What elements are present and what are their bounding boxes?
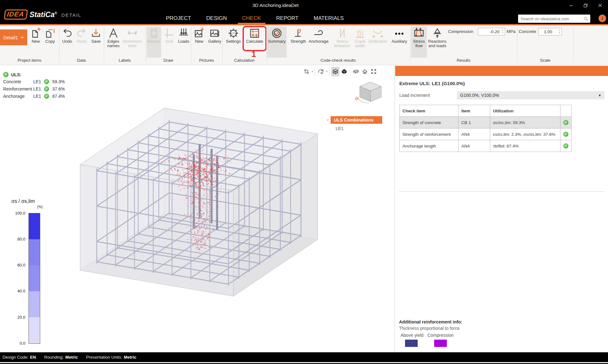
logo-idea-mark: IDEA xyxy=(4,9,28,20)
dimension-lines-button: Dimension lines xyxy=(122,27,142,58)
compression-label: Compression xyxy=(448,29,473,34)
new-item-button[interactable]: New xyxy=(29,27,43,58)
undo-button[interactable]: Undo xyxy=(60,27,74,58)
model-viewport[interactable]: ✓ULS: ConcreteLE1 ✓59.3% ReinforcementLE… xyxy=(0,66,394,352)
search-box[interactable] xyxy=(518,15,590,23)
chevron-down-icon[interactable]: ˅ xyxy=(327,118,329,122)
navigation-cube[interactable] xyxy=(354,78,386,105)
table-row[interactable]: Strength of reinforcement AN4 εs/εs,lim:… xyxy=(400,129,572,140)
tab-design[interactable]: DESIGN xyxy=(199,13,234,24)
3d-model-scene xyxy=(0,66,394,352)
gallery-button[interactable]: Gallery xyxy=(206,27,223,58)
legend-tick: 60.0 xyxy=(9,263,25,267)
compression-input[interactable]: -0.20 ˄˅ xyxy=(478,28,505,35)
copy-item-button[interactable]: Copy xyxy=(43,27,57,58)
new-picture-icon xyxy=(194,28,205,39)
wireframe-view-icon[interactable] xyxy=(331,67,339,76)
legend-tick: 0.0 xyxy=(9,341,25,346)
tree-item-uls-combinations[interactable]: ULS Combinations xyxy=(331,116,382,124)
additional-info-title: Additional reinforcement info: xyxy=(399,319,462,324)
settings-button[interactable]: </> Settings xyxy=(224,27,243,58)
loads-button[interactable]: Loads xyxy=(176,27,191,58)
group-scale: Scale xyxy=(517,58,573,63)
check-ok-icon: ✓ xyxy=(563,132,568,137)
dimension-arrow-icon xyxy=(127,28,138,39)
auxiliary-button[interactable]: Auxiliary xyxy=(390,27,409,58)
check-ok-icon: ✓ xyxy=(563,143,568,148)
spinner-arrows-icon[interactable]: ˄˅ xyxy=(501,29,505,34)
search-input[interactable] xyxy=(520,16,584,22)
anchorage-button[interactable]: Anchorage xyxy=(308,27,329,58)
table-row[interactable]: Strength of concrete CB 1 σc/σc,lim: 59.… xyxy=(400,117,572,129)
grid-button: Grid xyxy=(162,27,176,58)
close-button[interactable] xyxy=(593,1,607,9)
table-row[interactable]: Anchorage length AN4 τb/fbd: 87.4% ✓ xyxy=(400,140,572,152)
table-header-row: Check item Item Utilization xyxy=(400,105,572,117)
ribbon: Detail1 New Copy Undo Redo Save xyxy=(0,25,608,65)
picture-new-button[interactable]: New xyxy=(192,27,206,58)
minimize-button[interactable] xyxy=(564,1,578,9)
edges-names-button[interactable]: Edges names xyxy=(104,27,122,58)
group-calculation: Calculation xyxy=(222,58,266,63)
orbit-tool-icon[interactable] xyxy=(317,67,325,76)
chevron-down-icon[interactable]: ˅ xyxy=(326,70,327,73)
tab-project[interactable]: PROJECT xyxy=(158,13,199,24)
summary-button[interactable]: Summary xyxy=(267,27,287,58)
clipping-tool-icon[interactable] xyxy=(302,67,311,76)
fullscreen-icon[interactable] xyxy=(370,67,378,76)
compression-swatch xyxy=(434,340,447,347)
title-bar: 3D Anchoring.ideaDet IDEA StatiCa® DETAI… xyxy=(0,0,608,25)
tab-report[interactable]: REPORT xyxy=(269,13,306,24)
app-window: 3D Anchoring.ideaDet IDEA StatiCa® DETAI… xyxy=(0,0,608,364)
concrete-scale-input[interactable]: 1.00 ˄˅ xyxy=(538,28,562,35)
load-increment-label: Load increment xyxy=(399,93,430,98)
above-yield-label: Above yield xyxy=(401,333,423,338)
tree-item-le1[interactable]: LE1 xyxy=(336,126,382,131)
detail-selector-dropdown[interactable]: Detail1 xyxy=(0,29,27,45)
status-rounding: Rounding:Metric xyxy=(44,355,78,360)
check-ok-icon: ✓ xyxy=(44,94,49,99)
check-ok-icon: ✓ xyxy=(44,79,49,84)
save-button[interactable]: Save xyxy=(89,27,103,58)
grid-axes-icon xyxy=(164,28,174,39)
undo-icon xyxy=(62,28,73,39)
stress-limitation-icon xyxy=(337,28,348,39)
calculate-icon xyxy=(249,28,260,39)
viewport-toolbar: ˅ ˅ xyxy=(302,66,378,77)
svg-text:</>: </> xyxy=(230,32,236,35)
group-code-check-results: Code-check results xyxy=(266,58,410,63)
spinner-arrows-icon[interactable]: ˄˅ xyxy=(557,29,561,34)
reactions-icon xyxy=(432,28,443,39)
group-results: Results xyxy=(410,58,517,63)
panel-header-bar xyxy=(395,66,608,76)
deflection-icon xyxy=(372,28,383,39)
tab-check[interactable]: CHECK xyxy=(235,13,269,24)
additional-info-subtitle: Thickness proportional to force xyxy=(399,326,459,331)
idea-statica-logo: IDEA StatiCa® DETAIL xyxy=(4,9,81,20)
legend-unit: [%] xyxy=(9,205,42,209)
legend-tick: 40.0 xyxy=(9,289,25,293)
check-ok-icon: ✓ xyxy=(3,72,9,77)
result-color-legend: σs / σs,lim [%] 100.0 80.0 60.0 40.0 20.… xyxy=(9,198,47,210)
search-icon xyxy=(584,16,588,21)
concrete-scale-label: Concrete xyxy=(519,29,536,34)
group-data: Data xyxy=(59,58,104,63)
stress-flow-button[interactable]: Stress flow xyxy=(411,27,427,58)
reactions-loads-button[interactable]: Reactions and loads xyxy=(427,27,448,58)
stress-flow-icon xyxy=(413,28,425,39)
group-project-items: Project items xyxy=(0,58,59,63)
results-tree: ˅ ULS Combinations LE1 xyxy=(327,116,382,131)
load-increment-dropdown[interactable]: G100.0%, V100.0% ▼ xyxy=(457,91,605,99)
tab-materials[interactable]: MATERIALS xyxy=(306,13,352,24)
summary-check-icon xyxy=(271,28,282,39)
dropdown-arrow-icon: ▼ xyxy=(598,94,601,97)
solid-view-icon[interactable] xyxy=(340,67,348,76)
maximize-button[interactable] xyxy=(578,1,593,9)
chevron-down-icon[interactable]: ˅ xyxy=(312,70,313,73)
product-name: DETAIL xyxy=(61,12,81,18)
info-icon[interactable]: i xyxy=(598,15,606,22)
above-yield-swatch xyxy=(405,340,418,347)
home-view-icon[interactable] xyxy=(361,67,369,76)
section-view-icon[interactable] xyxy=(352,67,360,76)
strength-button[interactable]: Strength xyxy=(288,27,308,58)
